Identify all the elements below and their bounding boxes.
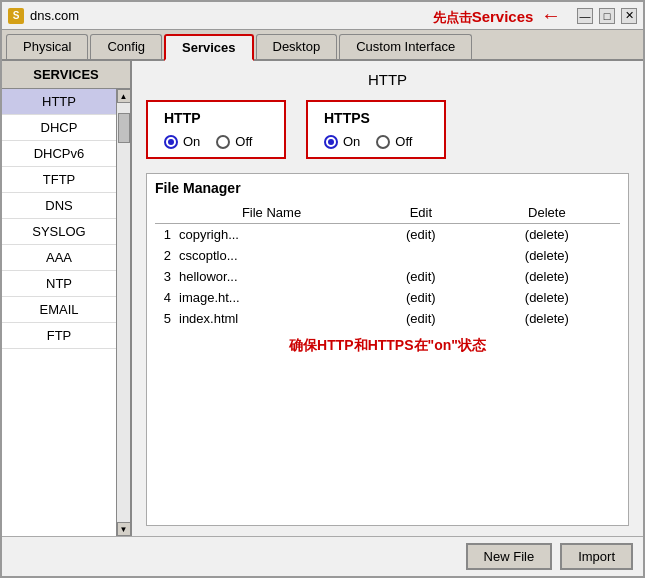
scroll-down-arrow[interactable]: ▼ [117,522,131,536]
tab-custom-interface[interactable]: Custom Interface [339,34,472,59]
page-title: HTTP [146,71,629,88]
http-radio-row: On Off [164,134,268,149]
sidebar: SERVICES HTTP DHCP DHCPv6 TFTP DNS SYSLO… [2,61,132,536]
table-row: 3 hellowor... (edit) (delete) [155,266,620,287]
sidebar-scrollbar[interactable]: ▲ ▼ [116,89,130,536]
tab-desktop[interactable]: Desktop [256,34,338,59]
tab-physical[interactable]: Physical [6,34,88,59]
notice-text: 确保HTTP和HTTPS在"on"状态 [155,329,620,363]
table-row: 2 cscoptlo... (delete) [155,245,620,266]
col-delete: Delete [474,202,620,224]
annotation-label: 先点击Services ← [433,4,561,27]
http-off-option[interactable]: Off [216,134,252,149]
table-row: 1 copyrigh... (edit) (delete) [155,224,620,246]
row-filename: index.html [175,308,368,329]
row-edit[interactable]: (edit) [368,308,474,329]
bottom-bar: New File Import [2,536,643,576]
new-file-button[interactable]: New File [466,543,553,570]
row-num: 1 [155,224,175,246]
https-box-label: HTTPS [324,110,428,126]
tab-config[interactable]: Config [90,34,162,59]
maximize-button[interactable]: □ [599,8,615,24]
https-on-label: On [343,134,360,149]
sidebar-item-ntp[interactable]: NTP [2,271,116,297]
sidebar-scroll: HTTP DHCP DHCPv6 TFTP DNS SYSLOG AAA NTP… [2,89,116,536]
http-on-label: On [183,134,200,149]
table-row: 5 index.html (edit) (delete) [155,308,620,329]
table-row: 4 image.ht... (edit) (delete) [155,287,620,308]
sidebar-item-syslog[interactable]: SYSLOG [2,219,116,245]
col-num [155,202,175,224]
tab-bar: Physical Config Services Desktop Custom … [2,30,643,61]
minimize-button[interactable]: — [577,8,593,24]
https-off-option[interactable]: Off [376,134,412,149]
row-edit[interactable]: (edit) [368,266,474,287]
row-num: 5 [155,308,175,329]
https-off-radio[interactable] [376,135,390,149]
https-toggle-box: HTTPS On Off [306,100,446,159]
row-delete[interactable]: (delete) [474,266,620,287]
row-edit[interactable]: (edit) [368,287,474,308]
file-manager-title: File Manager [155,180,620,196]
import-button[interactable]: Import [560,543,633,570]
row-filename: copyrigh... [175,224,368,246]
scroll-up-arrow[interactable]: ▲ [117,89,131,103]
main-content: HTTP HTTP On Off [132,61,643,536]
title-bar: S dns.com 先点击Services ← — □ ✕ [2,2,643,30]
toggle-row: HTTP On Off HTTPS [146,100,629,159]
app-icon: S [8,8,24,24]
row-edit [368,245,474,266]
scroll-thumb[interactable] [118,113,130,143]
row-num: 3 [155,266,175,287]
tab-services[interactable]: Services [164,34,254,61]
table-header-row: File Name Edit Delete [155,202,620,224]
row-filename: image.ht... [175,287,368,308]
http-off-label: Off [235,134,252,149]
http-on-option[interactable]: On [164,134,200,149]
window-title: dns.com [30,8,79,23]
https-on-radio[interactable] [324,135,338,149]
sidebar-item-email[interactable]: EMAIL [2,297,116,323]
row-delete[interactable]: (delete) [474,287,620,308]
window-controls: 先点击Services ← — □ ✕ [433,4,637,27]
file-table: File Name Edit Delete 1 copyrigh... (edi… [155,202,620,329]
close-button[interactable]: ✕ [621,8,637,24]
http-toggle-box: HTTP On Off [146,100,286,159]
sidebar-item-dns[interactable]: DNS [2,193,116,219]
col-filename: File Name [175,202,368,224]
https-on-option[interactable]: On [324,134,360,149]
sidebar-item-aaa[interactable]: AAA [2,245,116,271]
row-filename: hellowor... [175,266,368,287]
http-off-radio[interactable] [216,135,230,149]
http-box-label: HTTP [164,110,268,126]
https-radio-row: On Off [324,134,428,149]
main-window: S dns.com 先点击Services ← — □ ✕ Physical C… [0,0,645,578]
sidebar-item-dhcp[interactable]: DHCP [2,115,116,141]
sidebar-item-http[interactable]: HTTP [2,89,116,115]
row-delete[interactable]: (delete) [474,308,620,329]
row-num: 4 [155,287,175,308]
scroll-track [117,103,131,522]
row-delete[interactable]: (delete) [474,245,620,266]
title-bar-left: S dns.com [8,8,79,24]
https-off-label: Off [395,134,412,149]
sidebar-item-ftp[interactable]: FTP [2,323,116,349]
http-on-radio[interactable] [164,135,178,149]
row-edit[interactable]: (edit) [368,224,474,246]
sidebar-item-tftp[interactable]: TFTP [2,167,116,193]
row-num: 2 [155,245,175,266]
file-manager-section: File Manager File Name Edit Delete 1 cop… [146,173,629,526]
content-area: SERVICES HTTP DHCP DHCPv6 TFTP DNS SYSLO… [2,61,643,536]
sidebar-header: SERVICES [2,61,130,89]
row-delete[interactable]: (delete) [474,224,620,246]
sidebar-item-dhcpv6[interactable]: DHCPv6 [2,141,116,167]
col-edit: Edit [368,202,474,224]
row-filename: cscoptlo... [175,245,368,266]
